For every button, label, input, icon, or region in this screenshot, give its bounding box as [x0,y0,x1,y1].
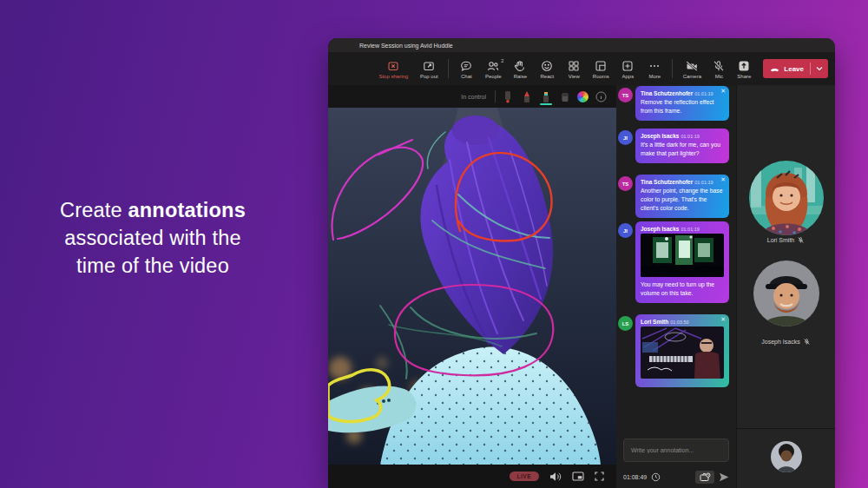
meeting-window: Review Session using Avid Huddle Stop sh… [328,38,835,488]
message-author: Tina Schutzenhofer [641,90,693,96]
pop-out-button[interactable]: Pop out [414,59,444,79]
hang-up-icon [769,63,780,75]
avatar: JI [618,130,633,145]
highlighter-tool[interactable] [539,89,553,104]
highlighter-icon [541,90,551,103]
apps-label: Apps [621,74,634,79]
panel-divider [737,428,835,429]
stop-sharing-icon [386,59,400,73]
annotation-toolbar-divider [495,90,496,102]
mic-off-icon [712,59,726,73]
message-text: It's a little dark for me, can you make … [641,141,724,158]
apps-icon [621,59,635,73]
eraser-tool[interactable] [558,89,572,104]
raise-hand-button[interactable]: Raise [507,59,533,79]
people-icon [486,59,500,73]
chat-message: LS ✕ Lori Smith01:03:50 [618,314,733,387]
avatar: JI [618,223,633,238]
live-badge: LIVE [510,472,539,481]
send-annotation-button[interactable] [719,472,729,482]
shared-video-panel: In control [328,85,616,488]
hero-line1-normal: Create [60,199,128,221]
view-button[interactable]: View [561,59,587,79]
mic-muted-icon [797,236,805,244]
hero-line1-bold: annotations [128,199,246,221]
chevron-down-icon [816,66,823,71]
picture-in-picture-icon[interactable] [572,472,584,481]
message-timestamp: 01:01:19 [681,134,699,139]
message-bubble: Joseph Isacks01:01:19 It's a little dark… [635,129,729,163]
message-bubble: ✕ Tina Schutzenhofer01:01:19 Another poi… [635,175,729,218]
self-avatar [771,441,802,472]
volume-icon[interactable] [549,472,562,482]
pen-tool[interactable] [520,89,534,104]
leave-label: Leave [784,65,804,73]
video-controls: LIVE [328,465,616,488]
video-frame [328,108,616,465]
share-icon [737,59,751,73]
apps-button[interactable]: Apps [615,59,641,79]
window-title: Review Session using Avid Huddle [359,43,453,49]
participant-name: Joseph Isacks [761,339,799,345]
toolbar-divider [448,59,449,78]
lori-avatar [749,161,824,235]
annotation-chat-panel: TS ✕ Tina Schutzenhofer01:01:19 Remove t… [616,85,736,488]
message-bubble: Joseph Isacks01:01:19 [635,221,729,303]
chat-button[interactable]: Chat [453,59,479,79]
concert-photo-attachment[interactable] [641,234,724,277]
react-icon [540,59,554,73]
chat-message: TS ✕ Tina Schutzenhofer01:01:19 Another … [618,175,733,218]
mic-button[interactable]: Mic [707,59,730,79]
mic-muted-icon [803,338,811,346]
annotation-toolbar: In control [328,85,616,108]
video-stage[interactable] [328,108,616,465]
message-author: Joseph Isacks [641,133,679,139]
message-author: Tina Schutzenhofer [641,179,693,185]
message-bubble: ✕ Tina Schutzenhofer01:01:19 Remove the … [635,86,729,121]
laser-pointer-icon [503,90,513,103]
annotation-input-wrap [623,439,729,462]
toolbar-divider [672,59,673,78]
message-text: You may need to turn up the volume on th… [641,280,724,298]
close-icon[interactable]: ✕ [720,88,726,94]
stop-sharing-label: Stop sharing [378,74,408,79]
info-button[interactable] [594,89,608,104]
message-timestamp: 01:01:19 [694,91,713,96]
rooms-button[interactable]: Rooms [588,59,614,79]
history-clock-icon[interactable] [651,472,661,482]
stop-sharing-button[interactable]: Stop sharing [373,59,413,79]
close-icon[interactable]: ✕ [720,176,726,182]
close-icon[interactable]: ✕ [720,316,726,322]
message-timestamp: 01:03:50 [670,320,688,325]
hero-line3: time of the video [76,254,229,277]
chat-message: TS ✕ Tina Schutzenhofer01:01:19 Remove t… [618,86,733,121]
react-button[interactable]: React [534,59,560,79]
raise-hand-icon [513,59,527,73]
leave-button[interactable]: Leave [763,59,828,78]
pop-out-icon [422,59,436,73]
more-button[interactable]: More [641,59,667,79]
camera-button[interactable]: Camera [677,59,707,79]
message-text: Another point, change the base color to … [641,187,724,213]
snapshot-timestamp-button[interactable] [695,471,714,484]
chat-message: JI Joseph Isacks01:01:19 It's a little d… [618,129,733,163]
avatar: LS [618,316,633,331]
people-label: People [485,74,502,79]
video-clip-attachment[interactable] [641,326,724,379]
video-clip-thumbnail [641,326,724,379]
share-label: Share [737,74,751,79]
laser-pointer-tool[interactable] [501,89,515,104]
camera-off-icon [685,59,699,73]
send-icon [719,472,729,482]
annotation-timecode: 01:08:49 [623,474,647,480]
avatar: TS [618,176,633,191]
fullscreen-icon[interactable] [595,472,604,481]
share-button[interactable]: Share [731,59,757,79]
people-button[interactable]: 2 Raise People [480,59,506,79]
annotation-input[interactable] [623,439,729,462]
leave-main[interactable]: Leave [763,63,810,75]
color-wheel-tool[interactable] [577,91,589,102]
message-timestamp: 01:01:19 [681,227,699,232]
info-icon [595,91,607,102]
leave-options-button[interactable] [811,66,828,71]
